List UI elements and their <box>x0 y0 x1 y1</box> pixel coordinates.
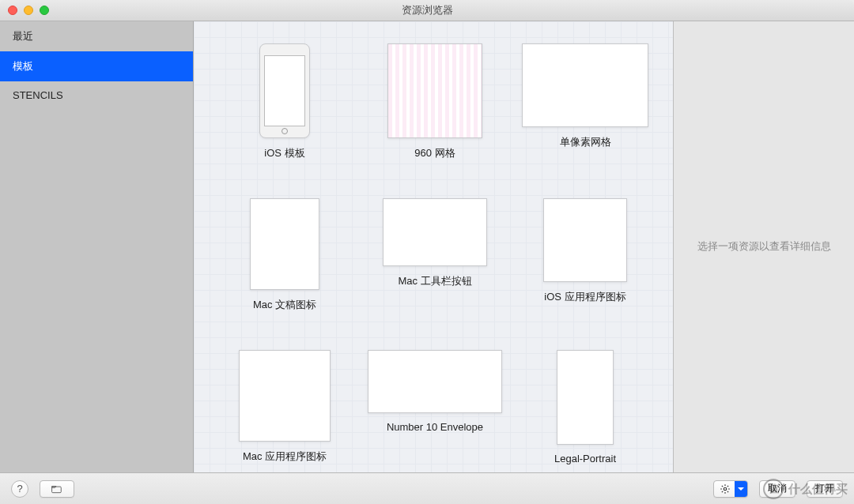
details-placeholder: 选择一项资源以查看详细信息 <box>697 239 831 255</box>
sidebar-item-stencils[interactable]: STENCILS <box>0 81 193 109</box>
template-label: 单像素网格 <box>560 135 611 149</box>
details-pane: 选择一项资源以查看详细信息 <box>674 21 854 472</box>
svg-line-9 <box>722 491 723 491</box>
template-thumbnail <box>383 198 487 266</box>
template-label: Number 10 Envelope <box>387 421 483 433</box>
template-thumbnail <box>368 350 502 413</box>
sidebar-item-label: 模板 <box>13 60 33 72</box>
titlebar: 资源浏览器 <box>0 0 854 21</box>
template-label: Legal-Portrait <box>554 453 616 465</box>
sidebar-item-templates[interactable]: 模板 <box>0 51 193 81</box>
template-item-num10-envelope[interactable]: Number 10 Envelope <box>360 350 510 465</box>
template-label: iOS 模板 <box>264 146 304 160</box>
svg-line-8 <box>727 491 728 491</box>
main: 最近 模板 STENCILS iOS 模板960 网格单像素网格Mac 文稿图标… <box>0 21 854 472</box>
button-label: 打开 <box>815 482 834 495</box>
chevron-down-icon[interactable] <box>735 481 747 497</box>
template-thumbnail <box>259 43 310 138</box>
template-item-pixel-grid[interactable]: 单像素网格 <box>510 43 660 160</box>
svg-line-7 <box>722 485 723 486</box>
template-thumbnail <box>387 43 482 138</box>
open-button[interactable]: 打开 <box>807 480 843 498</box>
template-item-legal-portrait[interactable]: Legal-Portrait <box>510 350 660 465</box>
template-thumbnail <box>557 350 614 445</box>
template-label: Mac 应用程序图标 <box>243 449 327 464</box>
template-thumbnail <box>250 198 319 290</box>
template-thumbnail <box>543 198 627 282</box>
template-item-mac-doc-icon[interactable]: Mac 文稿图标 <box>210 198 360 312</box>
template-label: Mac 工具栏按钮 <box>398 274 471 288</box>
add-folder-button[interactable]: + <box>40 480 74 498</box>
sidebar: 最近 模板 STENCILS <box>0 21 194 472</box>
template-thumbnail <box>522 43 648 127</box>
footer: ? + 取消 打开 <box>0 472 854 504</box>
template-item-ios-template[interactable]: iOS 模板 <box>210 43 360 160</box>
sidebar-item-label: 最近 <box>13 30 33 42</box>
sidebar-item-recent[interactable]: 最近 <box>0 21 193 51</box>
template-label: Mac 文稿图标 <box>253 298 316 312</box>
template-grid-area: iOS 模板960 网格单像素网格Mac 文稿图标Mac 工具栏按钮iOS 应用… <box>194 21 674 472</box>
template-thumbnail <box>239 350 331 442</box>
folder-plus-icon: + <box>51 483 62 495</box>
help-icon: ? <box>17 483 22 495</box>
svg-point-2 <box>724 487 727 491</box>
template-item-grid-960[interactable]: 960 网格 <box>360 43 510 160</box>
sidebar-item-label: STENCILS <box>13 89 63 101</box>
gear-icon <box>720 483 731 495</box>
help-button[interactable]: ? <box>11 480 28 498</box>
svg-line-10 <box>727 485 728 486</box>
template-item-mac-app-icon[interactable]: Mac 应用程序图标 <box>210 350 360 465</box>
window-title: 资源浏览器 <box>0 3 854 17</box>
template-item-mac-toolbar-btn[interactable]: Mac 工具栏按钮 <box>360 198 510 312</box>
cancel-button[interactable]: 取消 <box>759 480 795 498</box>
button-label: 取消 <box>768 482 787 495</box>
template-label: iOS 应用程序图标 <box>544 290 625 304</box>
template-item-ios-app-icon[interactable]: iOS 应用程序图标 <box>510 198 660 312</box>
action-menu-button[interactable] <box>713 480 748 498</box>
template-label: 960 网格 <box>414 146 455 160</box>
